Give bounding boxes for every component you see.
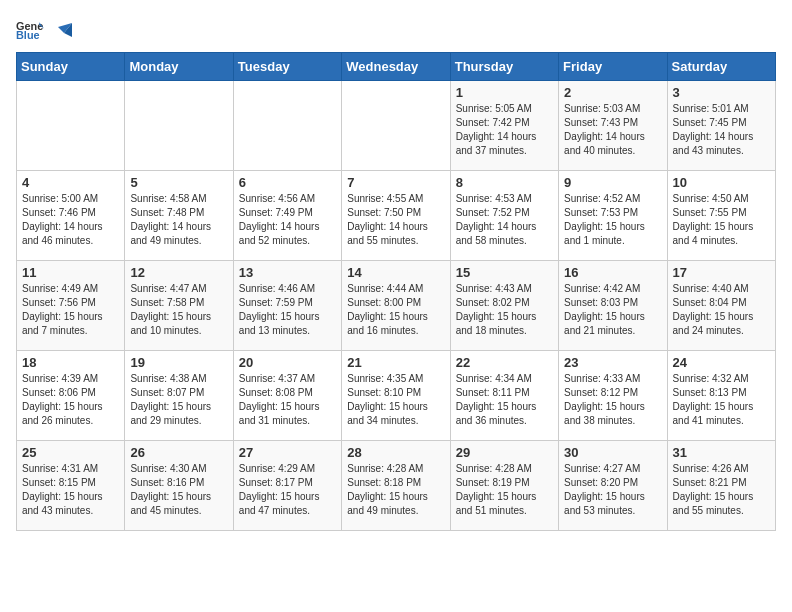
day-info: Sunrise: 5:03 AM Sunset: 7:43 PM Dayligh… bbox=[564, 102, 661, 158]
day-info: Sunrise: 4:42 AM Sunset: 8:03 PM Dayligh… bbox=[564, 282, 661, 338]
calendar-cell: 11Sunrise: 4:49 AM Sunset: 7:56 PM Dayli… bbox=[17, 261, 125, 351]
calendar-table: SundayMondayTuesdayWednesdayThursdayFrid… bbox=[16, 52, 776, 531]
calendar-week-5: 25Sunrise: 4:31 AM Sunset: 8:15 PM Dayli… bbox=[17, 441, 776, 531]
calendar-body: 1Sunrise: 5:05 AM Sunset: 7:42 PM Daylig… bbox=[17, 81, 776, 531]
calendar-week-3: 11Sunrise: 4:49 AM Sunset: 7:56 PM Dayli… bbox=[17, 261, 776, 351]
calendar-cell: 8Sunrise: 4:53 AM Sunset: 7:52 PM Daylig… bbox=[450, 171, 558, 261]
logo-bird-icon bbox=[50, 23, 72, 41]
day-info: Sunrise: 4:29 AM Sunset: 8:17 PM Dayligh… bbox=[239, 462, 336, 518]
calendar-cell: 24Sunrise: 4:32 AM Sunset: 8:13 PM Dayli… bbox=[667, 351, 775, 441]
day-number: 18 bbox=[22, 355, 119, 370]
day-info: Sunrise: 4:26 AM Sunset: 8:21 PM Dayligh… bbox=[673, 462, 770, 518]
calendar-cell: 27Sunrise: 4:29 AM Sunset: 8:17 PM Dayli… bbox=[233, 441, 341, 531]
calendar-cell: 22Sunrise: 4:34 AM Sunset: 8:11 PM Dayli… bbox=[450, 351, 558, 441]
calendar-cell: 2Sunrise: 5:03 AM Sunset: 7:43 PM Daylig… bbox=[559, 81, 667, 171]
weekday-header-row: SundayMondayTuesdayWednesdayThursdayFrid… bbox=[17, 53, 776, 81]
calendar-cell: 13Sunrise: 4:46 AM Sunset: 7:59 PM Dayli… bbox=[233, 261, 341, 351]
day-info: Sunrise: 4:37 AM Sunset: 8:08 PM Dayligh… bbox=[239, 372, 336, 428]
calendar-cell: 31Sunrise: 4:26 AM Sunset: 8:21 PM Dayli… bbox=[667, 441, 775, 531]
day-info: Sunrise: 4:34 AM Sunset: 8:11 PM Dayligh… bbox=[456, 372, 553, 428]
day-number: 2 bbox=[564, 85, 661, 100]
calendar-cell bbox=[125, 81, 233, 171]
calendar-cell: 4Sunrise: 5:00 AM Sunset: 7:46 PM Daylig… bbox=[17, 171, 125, 261]
calendar-week-1: 1Sunrise: 5:05 AM Sunset: 7:42 PM Daylig… bbox=[17, 81, 776, 171]
day-number: 9 bbox=[564, 175, 661, 190]
day-number: 24 bbox=[673, 355, 770, 370]
day-info: Sunrise: 4:55 AM Sunset: 7:50 PM Dayligh… bbox=[347, 192, 444, 248]
calendar-cell: 29Sunrise: 4:28 AM Sunset: 8:19 PM Dayli… bbox=[450, 441, 558, 531]
calendar-cell: 30Sunrise: 4:27 AM Sunset: 8:20 PM Dayli… bbox=[559, 441, 667, 531]
day-number: 26 bbox=[130, 445, 227, 460]
day-number: 30 bbox=[564, 445, 661, 460]
day-info: Sunrise: 4:40 AM Sunset: 8:04 PM Dayligh… bbox=[673, 282, 770, 338]
day-info: Sunrise: 4:28 AM Sunset: 8:18 PM Dayligh… bbox=[347, 462, 444, 518]
calendar-cell: 20Sunrise: 4:37 AM Sunset: 8:08 PM Dayli… bbox=[233, 351, 341, 441]
calendar-cell: 5Sunrise: 4:58 AM Sunset: 7:48 PM Daylig… bbox=[125, 171, 233, 261]
calendar-cell bbox=[17, 81, 125, 171]
calendar-cell: 9Sunrise: 4:52 AM Sunset: 7:53 PM Daylig… bbox=[559, 171, 667, 261]
day-info: Sunrise: 4:38 AM Sunset: 8:07 PM Dayligh… bbox=[130, 372, 227, 428]
day-number: 20 bbox=[239, 355, 336, 370]
day-info: Sunrise: 4:33 AM Sunset: 8:12 PM Dayligh… bbox=[564, 372, 661, 428]
calendar-cell: 16Sunrise: 4:42 AM Sunset: 8:03 PM Dayli… bbox=[559, 261, 667, 351]
day-number: 19 bbox=[130, 355, 227, 370]
calendar-cell: 10Sunrise: 4:50 AM Sunset: 7:55 PM Dayli… bbox=[667, 171, 775, 261]
svg-text:Blue: Blue bbox=[16, 29, 40, 41]
day-number: 28 bbox=[347, 445, 444, 460]
logo: General Blue bbox=[16, 16, 72, 44]
day-info: Sunrise: 4:28 AM Sunset: 8:19 PM Dayligh… bbox=[456, 462, 553, 518]
day-number: 4 bbox=[22, 175, 119, 190]
day-info: Sunrise: 4:35 AM Sunset: 8:10 PM Dayligh… bbox=[347, 372, 444, 428]
weekday-header-sunday: Sunday bbox=[17, 53, 125, 81]
day-info: Sunrise: 4:46 AM Sunset: 7:59 PM Dayligh… bbox=[239, 282, 336, 338]
day-number: 10 bbox=[673, 175, 770, 190]
day-info: Sunrise: 4:52 AM Sunset: 7:53 PM Dayligh… bbox=[564, 192, 661, 248]
day-number: 17 bbox=[673, 265, 770, 280]
day-info: Sunrise: 4:53 AM Sunset: 7:52 PM Dayligh… bbox=[456, 192, 553, 248]
day-number: 7 bbox=[347, 175, 444, 190]
day-number: 23 bbox=[564, 355, 661, 370]
day-info: Sunrise: 4:32 AM Sunset: 8:13 PM Dayligh… bbox=[673, 372, 770, 428]
calendar-cell: 28Sunrise: 4:28 AM Sunset: 8:18 PM Dayli… bbox=[342, 441, 450, 531]
day-number: 3 bbox=[673, 85, 770, 100]
calendar-cell: 18Sunrise: 4:39 AM Sunset: 8:06 PM Dayli… bbox=[17, 351, 125, 441]
day-number: 29 bbox=[456, 445, 553, 460]
day-info: Sunrise: 4:56 AM Sunset: 7:49 PM Dayligh… bbox=[239, 192, 336, 248]
calendar-cell: 1Sunrise: 5:05 AM Sunset: 7:42 PM Daylig… bbox=[450, 81, 558, 171]
day-info: Sunrise: 4:27 AM Sunset: 8:20 PM Dayligh… bbox=[564, 462, 661, 518]
weekday-header-friday: Friday bbox=[559, 53, 667, 81]
day-info: Sunrise: 4:43 AM Sunset: 8:02 PM Dayligh… bbox=[456, 282, 553, 338]
weekday-header-monday: Monday bbox=[125, 53, 233, 81]
day-info: Sunrise: 4:58 AM Sunset: 7:48 PM Dayligh… bbox=[130, 192, 227, 248]
logo-icon: General Blue bbox=[16, 16, 44, 44]
calendar-cell: 17Sunrise: 4:40 AM Sunset: 8:04 PM Dayli… bbox=[667, 261, 775, 351]
weekday-header-wednesday: Wednesday bbox=[342, 53, 450, 81]
calendar-cell bbox=[342, 81, 450, 171]
weekday-header-thursday: Thursday bbox=[450, 53, 558, 81]
day-number: 12 bbox=[130, 265, 227, 280]
calendar-week-2: 4Sunrise: 5:00 AM Sunset: 7:46 PM Daylig… bbox=[17, 171, 776, 261]
day-number: 6 bbox=[239, 175, 336, 190]
calendar-cell: 26Sunrise: 4:30 AM Sunset: 8:16 PM Dayli… bbox=[125, 441, 233, 531]
calendar-cell: 19Sunrise: 4:38 AM Sunset: 8:07 PM Dayli… bbox=[125, 351, 233, 441]
day-number: 27 bbox=[239, 445, 336, 460]
calendar-cell: 7Sunrise: 4:55 AM Sunset: 7:50 PM Daylig… bbox=[342, 171, 450, 261]
day-number: 1 bbox=[456, 85, 553, 100]
day-info: Sunrise: 4:49 AM Sunset: 7:56 PM Dayligh… bbox=[22, 282, 119, 338]
day-info: Sunrise: 5:00 AM Sunset: 7:46 PM Dayligh… bbox=[22, 192, 119, 248]
day-info: Sunrise: 5:05 AM Sunset: 7:42 PM Dayligh… bbox=[456, 102, 553, 158]
calendar-week-4: 18Sunrise: 4:39 AM Sunset: 8:06 PM Dayli… bbox=[17, 351, 776, 441]
day-number: 11 bbox=[22, 265, 119, 280]
day-info: Sunrise: 4:44 AM Sunset: 8:00 PM Dayligh… bbox=[347, 282, 444, 338]
day-number: 31 bbox=[673, 445, 770, 460]
day-info: Sunrise: 5:01 AM Sunset: 7:45 PM Dayligh… bbox=[673, 102, 770, 158]
calendar-cell: 6Sunrise: 4:56 AM Sunset: 7:49 PM Daylig… bbox=[233, 171, 341, 261]
day-info: Sunrise: 4:50 AM Sunset: 7:55 PM Dayligh… bbox=[673, 192, 770, 248]
page-header: General Blue bbox=[16, 16, 776, 44]
weekday-header-saturday: Saturday bbox=[667, 53, 775, 81]
day-number: 25 bbox=[22, 445, 119, 460]
day-number: 16 bbox=[564, 265, 661, 280]
calendar-cell: 12Sunrise: 4:47 AM Sunset: 7:58 PM Dayli… bbox=[125, 261, 233, 351]
day-info: Sunrise: 4:31 AM Sunset: 8:15 PM Dayligh… bbox=[22, 462, 119, 518]
day-number: 8 bbox=[456, 175, 553, 190]
